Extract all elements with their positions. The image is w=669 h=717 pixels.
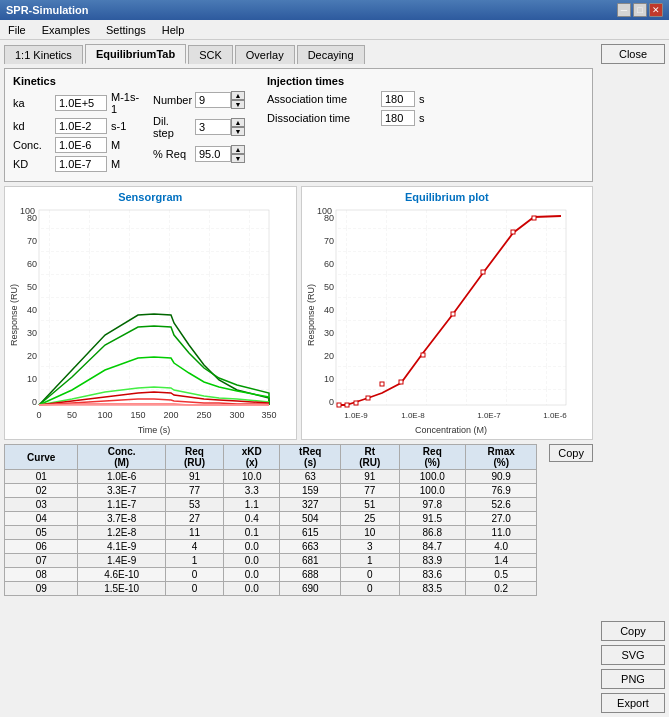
- svg-rect-45: [399, 380, 403, 384]
- close-button[interactable]: Close: [601, 44, 665, 64]
- svg-text:150: 150: [130, 410, 145, 420]
- svg-text:10: 10: [323, 374, 333, 384]
- sensorgram-title: Sensorgram: [9, 191, 292, 203]
- assoc-input[interactable]: [381, 91, 415, 107]
- copy-button[interactable]: Copy: [601, 621, 665, 641]
- window-close-button[interactable]: ✕: [649, 3, 663, 17]
- svg-rect-41: [345, 403, 349, 407]
- export-button[interactable]: Export: [601, 693, 665, 713]
- svg-text:200: 200: [163, 410, 178, 420]
- tab-sck[interactable]: SCK: [188, 45, 233, 64]
- col-conc: Conc.(M): [78, 445, 165, 470]
- minimize-button[interactable]: ─: [617, 3, 631, 17]
- col-req: Req(RU): [165, 445, 223, 470]
- tab-decaying[interactable]: Decaying: [297, 45, 365, 64]
- maximize-button[interactable]: □: [633, 3, 647, 17]
- dilstep-up[interactable]: ▲: [231, 118, 245, 127]
- table-row: 031.1E-7531.13275197.852.6: [5, 498, 537, 512]
- kinetics-params-left: ka M-1s-1 kd s-1 Conc. M: [13, 91, 141, 175]
- left-panel: 1:1 Kinetics EquilibriumTab SCK Overlay …: [4, 44, 593, 713]
- kd-input[interactable]: [55, 118, 107, 134]
- conc-input[interactable]: [55, 137, 107, 153]
- svg-text:20: 20: [27, 351, 37, 361]
- number-spinner[interactable]: ▲ ▼: [231, 91, 245, 109]
- reqpct-spinner-group: ▲ ▼: [195, 145, 245, 163]
- reqpct-up[interactable]: ▲: [231, 145, 245, 154]
- svg-text:30: 30: [323, 328, 333, 338]
- col-curve: Curve: [5, 445, 78, 470]
- svg-text:0: 0: [36, 410, 41, 420]
- sensorgram-container: Sensorgram 0 10 20 30: [4, 186, 297, 440]
- svg-text:Response (RU): Response (RU): [306, 284, 316, 346]
- svg-text:350: 350: [261, 410, 276, 420]
- table-row: 064.1E-940.0663384.74.0: [5, 540, 537, 554]
- tabs-row: 1:1 Kinetics EquilibriumTab SCK Overlay …: [4, 44, 593, 64]
- kinetics-section: Kinetics ka M-1s-1 kd s-1: [13, 75, 245, 175]
- svg-text:0: 0: [32, 397, 37, 407]
- svg-rect-49: [511, 230, 515, 234]
- dilstep-spinner[interactable]: ▲ ▼: [231, 118, 245, 136]
- number-input[interactable]: [195, 92, 231, 108]
- svg-text:1.0E-7: 1.0E-7: [477, 411, 501, 420]
- dilstep-spinner-group: ▲ ▼: [195, 118, 245, 136]
- assoc-unit: s: [419, 93, 425, 105]
- tab-kinetics[interactable]: 1:1 Kinetics: [4, 45, 83, 64]
- table-copy-button[interactable]: Copy: [549, 444, 593, 462]
- kd2-input[interactable]: [55, 156, 107, 172]
- injection-title: Injection times: [267, 75, 425, 87]
- svg-text:0: 0: [328, 397, 333, 407]
- svg-text:40: 40: [27, 305, 37, 315]
- tab-overlay[interactable]: Overlay: [235, 45, 295, 64]
- reqpct-down[interactable]: ▼: [231, 154, 245, 163]
- svg-rect-47: [451, 312, 455, 316]
- svg-text:40: 40: [323, 305, 333, 315]
- kd2-unit: M: [111, 158, 141, 170]
- table-section: Curve Conc.(M) Req(RU) xKD(x) tReq(s) Rt…: [4, 444, 593, 596]
- svg-text:50: 50: [67, 410, 77, 420]
- svg-text:10: 10: [27, 374, 37, 384]
- menu-settings[interactable]: Settings: [102, 23, 150, 37]
- window-controls: ─ □ ✕: [617, 3, 663, 17]
- right-panel: Close Copy SVG PNG Export: [597, 44, 665, 713]
- svg-text:Response (RU): Response (RU): [9, 284, 19, 346]
- svg-rect-40: [337, 403, 341, 407]
- menu-bar: File Examples Settings Help: [0, 20, 669, 40]
- menu-file[interactable]: File: [4, 23, 30, 37]
- reqpct-input[interactable]: [195, 146, 231, 162]
- svg-text:1.0E-8: 1.0E-8: [401, 411, 425, 420]
- png-button[interactable]: PNG: [601, 669, 665, 689]
- ka-input[interactable]: [55, 95, 107, 111]
- tab-equilibrium[interactable]: EquilibriumTab: [85, 44, 186, 64]
- reqpct-label: % Req: [153, 148, 191, 160]
- svg-rect-44: [380, 382, 384, 386]
- svg-text:50: 50: [323, 282, 333, 292]
- dissoc-unit: s: [419, 112, 425, 124]
- svg-button[interactable]: SVG: [601, 645, 665, 665]
- svg-text:100: 100: [97, 410, 112, 420]
- kinetics-params-right: Number ▲ ▼ Dil. step: [153, 91, 245, 175]
- data-table: Curve Conc.(M) Req(RU) xKD(x) tReq(s) Rt…: [4, 444, 537, 596]
- svg-text:Time (s): Time (s): [138, 425, 171, 435]
- svg-text:70: 70: [27, 236, 37, 246]
- menu-examples[interactable]: Examples: [38, 23, 94, 37]
- sensorgram-chart: 0 10 20 30 40 50 60 70 80 100 0 50 100: [9, 205, 279, 435]
- reqpct-spinner[interactable]: ▲ ▼: [231, 145, 245, 163]
- col-req2: Req(%): [399, 445, 466, 470]
- col-rmax: Rmax(%): [466, 445, 537, 470]
- table-row: 011.0E-69110.06391100.090.9: [5, 470, 537, 484]
- kd2-label: KD: [13, 158, 51, 170]
- dilstep-down[interactable]: ▼: [231, 127, 245, 136]
- svg-text:60: 60: [27, 259, 37, 269]
- dissoc-label: Dissociation time: [267, 112, 377, 124]
- table-row: 023.3E-7773.315977100.076.9: [5, 484, 537, 498]
- dissoc-input[interactable]: [381, 110, 415, 126]
- ka-label: ka: [13, 97, 51, 109]
- svg-text:20: 20: [323, 351, 333, 361]
- number-down[interactable]: ▼: [231, 100, 245, 109]
- svg-rect-46: [421, 353, 425, 357]
- number-up[interactable]: ▲: [231, 91, 245, 100]
- table-row: 051.2E-8110.16151086.811.0: [5, 526, 537, 540]
- dilstep-input[interactable]: [195, 119, 231, 135]
- menu-help[interactable]: Help: [158, 23, 189, 37]
- svg-rect-50: [532, 216, 536, 220]
